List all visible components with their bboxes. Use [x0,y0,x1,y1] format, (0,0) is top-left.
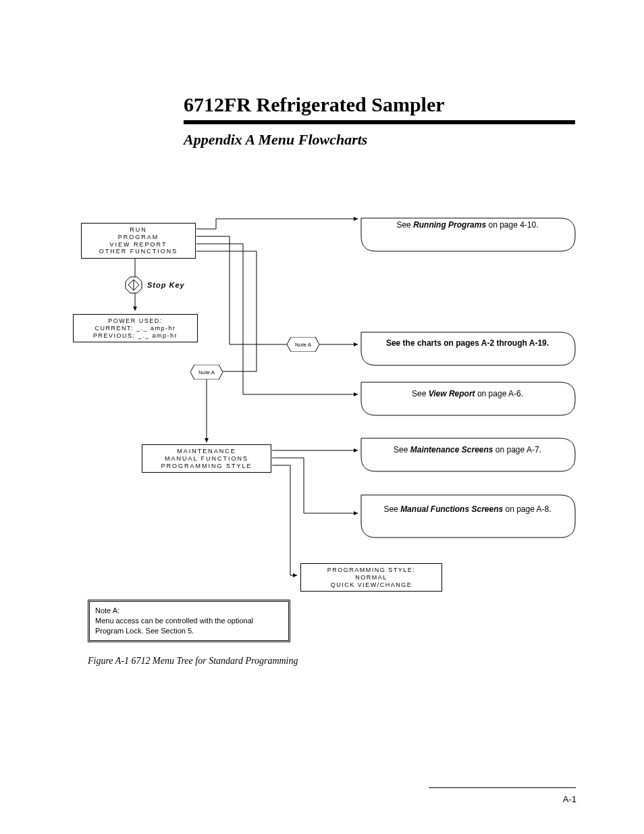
callout-view-em: View Report [429,389,475,398]
callout-maintenance: See Maintenance Screens on page A-7. [365,444,570,455]
callout-charts-text: See the charts on pages A-2 through A-19… [386,338,549,348]
note-a-heading: Note A: [95,606,283,616]
menu-run: RUN [83,226,194,234]
progstyle-quick: QUICK VIEW/CHANGE [302,581,440,589]
callout-view-report: See View Report on page A-6. [365,388,570,399]
callout-maint-post: on page A-7. [493,445,541,454]
callout-maint-pre: See [394,445,410,454]
power-used-box: POWER USED: CURRENT: _._ amp-hr PREVIOUS… [73,314,198,342]
callout-running-pre: See [396,220,413,230]
menu-other-functions: OTHER FUNCTIONS [83,248,194,255]
note-a-hex-1: Note A [287,337,319,352]
callout-manual-pre: See [383,504,400,514]
power-current: CURRENT: _._ amp-hr [75,325,196,332]
callout-manual-em: Manual Functions Screens [400,504,503,514]
progstyle-normal: NORMAL [302,574,440,581]
callout-view-pre: See [412,389,429,398]
callout-manual-functions: See Manual Functions Screens on page A-8… [365,504,570,515]
note-a-box: Note A: Menu access can be controlled wi… [88,600,290,642]
programming-style-box: PROGRAMMING STYLE: NORMAL QUICK VIEW/CHA… [300,563,442,592]
other-maintenance: MAINTENANCE [144,448,269,455]
main-menu-box: RUN PROGRAM VIEW REPORT OTHER FUNCTIONS [81,223,196,259]
power-heading: POWER USED: [75,317,196,325]
stop-key-label: Stop Key [147,281,185,289]
flowchart-svg [0,0,644,834]
callout-view-post: on page A-6. [475,389,523,398]
note-a-hex-2: Note A [190,365,223,380]
note-a-text: Menu access can be controlled with the o… [95,616,283,636]
figure-caption: Figure A-1 6712 Menu Tree for Standard P… [88,656,298,667]
page-number: A-1 [563,794,576,804]
other-functions-box: MAINTENANCE MANUAL FUNCTIONS PROGRAMMING… [142,444,271,473]
callout-running-post: on page 4-10. [486,220,538,230]
footer-rule [429,787,576,788]
menu-view-report: VIEW REPORT [83,241,194,249]
callout-running-em: Running Programs [413,220,486,230]
menu-program: PROGRAM [83,234,194,241]
power-previous: PREVIOUS: _._ amp-hr [75,332,196,340]
other-programming-style: PROGRAMMING STYLE [144,463,269,470]
note-a-hex-1-label: Note A [287,337,319,348]
note-a-hex-2-label: Note A [190,365,223,375]
other-manual-functions: MANUAL FUNCTIONS [144,455,269,463]
callout-maint-em: Maintenance Screens [410,445,493,454]
progstyle-heading: PROGRAMMING STYLE: [302,567,440,574]
callout-charts: See the charts on pages A-2 through A-19… [365,338,570,348]
callout-manual-post: on page A-8. [503,504,551,514]
callout-running-programs: See Running Programs on page 4-10. [365,219,570,230]
